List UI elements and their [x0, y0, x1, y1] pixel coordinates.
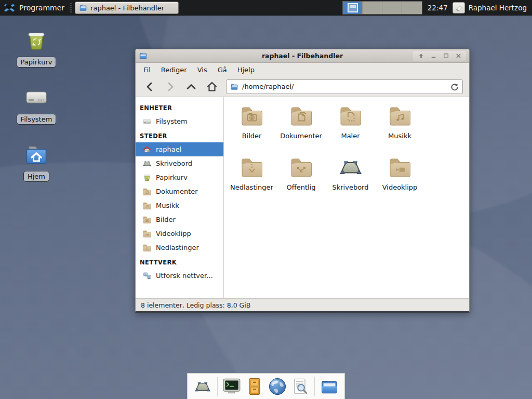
trash-icon — [142, 173, 152, 182]
forward-button[interactable] — [164, 80, 177, 94]
minimize-button[interactable] — [429, 52, 438, 60]
sidebar-item-desktop[interactable]: Skrivebord — [136, 156, 223, 170]
reload-icon[interactable] — [450, 83, 459, 91]
taskbar-window-button[interactable]: raphael - Filbehandler — [75, 2, 179, 14]
file-item-label: Bilder — [242, 132, 262, 140]
file-cabinet-icon — [245, 377, 264, 396]
sidebar-item-label: Musikk — [156, 202, 179, 209]
folder-templates-icon — [338, 103, 363, 128]
sidebar-item-browse-network[interactable]: Utforsk nettver... — [136, 269, 223, 283]
workspace-2[interactable] — [363, 2, 382, 14]
sidebar-item-label: Videoklipp — [156, 230, 191, 237]
window-controls — [413, 51, 466, 61]
maximize-button[interactable] — [441, 52, 450, 60]
sidebar-item-music[interactable]: Musikk — [136, 198, 223, 212]
dock-search-button[interactable] — [290, 376, 310, 397]
clock[interactable]: 22:47 — [428, 4, 448, 12]
folder-downloads-icon — [240, 155, 264, 180]
desktop-icon-label: Filsystem — [17, 114, 57, 125]
sidebar-header-places: STEDER — [136, 128, 223, 142]
file-item-videos[interactable]: Videoklipp — [376, 155, 424, 206]
menu-help[interactable]: Hjelp — [232, 64, 260, 75]
file-item-public[interactable]: Offentlig — [277, 155, 325, 206]
drive-icon — [142, 117, 152, 126]
sidebar-item-trash[interactable]: Papirkurv — [136, 170, 223, 184]
sidebar-item-videos[interactable]: Videoklipp — [136, 227, 223, 241]
shade-button[interactable] — [416, 52, 425, 60]
chevron-left-icon — [144, 82, 155, 92]
back-button[interactable] — [143, 80, 156, 94]
file-item-documents[interactable]: Dokumenter — [277, 103, 325, 155]
xfce-mouse-icon — [4, 3, 16, 13]
home-button[interactable] — [205, 80, 219, 94]
panel-right: 22:47 Raphael Hertzog — [342, 0, 532, 16]
dock-file-cabinet-button[interactable] — [245, 376, 265, 397]
file-item-label: Musikk — [388, 132, 411, 140]
file-item-downloads[interactable]: Nedlastinger — [228, 155, 276, 206]
blue-folder-icon — [230, 83, 238, 91]
arrow-up-icon — [418, 52, 424, 59]
sidebar-item-filesystem[interactable]: Filsystem — [136, 114, 223, 128]
folder-documents-icon — [289, 103, 314, 128]
sidebar-item-documents[interactable]: Dokumenter — [136, 184, 223, 198]
path-text[interactable]: /home/raphael/ — [242, 83, 447, 90]
user-action-button[interactable] — [453, 2, 465, 14]
status-text: 8 ielementer, Ledig plass: 8,0 GiB — [141, 301, 250, 309]
applications-menu[interactable]: Programmer — [0, 0, 70, 16]
workspace-1[interactable] — [343, 2, 363, 14]
dock-separator — [314, 377, 315, 396]
file-item-label: Offentlig — [287, 183, 316, 191]
file-manager-icon — [320, 377, 339, 396]
dock-terminal-button[interactable] — [222, 376, 242, 397]
menu-file[interactable]: Fil — [138, 64, 156, 75]
workspace-4[interactable] — [402, 2, 422, 14]
sidebar-item-home[interactable]: raphael — [136, 142, 223, 156]
home-icon — [142, 145, 152, 154]
chevron-right-icon — [165, 82, 176, 92]
desktop-icon-trash[interactable]: Papirkurv — [9, 28, 63, 68]
file-item-label: Maler — [341, 132, 360, 140]
panel-grip — [70, 3, 72, 12]
desktop-icon-filesystem[interactable]: Filsystem — [9, 85, 63, 125]
dock-separator — [217, 377, 218, 396]
desktop-icon — [338, 155, 363, 180]
dock-web-browser-button[interactable] — [268, 376, 288, 397]
file-item-desktop[interactable]: Skrivebord — [327, 155, 375, 206]
file-item-pictures[interactable]: Bilder — [228, 103, 276, 155]
folder-public-icon — [289, 155, 314, 180]
folder-downloads-icon — [142, 243, 152, 252]
desktop-icon-home[interactable]: Hjem — [9, 142, 63, 182]
path-bar[interactable]: /home/raphael/ — [226, 79, 463, 94]
sidebar-item-label: Utforsk nettver... — [156, 272, 213, 280]
file-manager-window: raphael - Filbehandler Fil Rediger Vis G… — [135, 49, 470, 313]
sidebar-item-label: Bilder — [156, 216, 176, 223]
menu-edit[interactable]: Rediger — [156, 64, 192, 75]
close-button[interactable] — [454, 52, 463, 60]
file-item-music[interactable]: Musikk — [376, 103, 424, 155]
workspace-3[interactable] — [382, 2, 402, 14]
dock — [187, 373, 345, 399]
up-button[interactable] — [184, 80, 198, 94]
sidebar-item-label: raphael — [156, 145, 181, 153]
menu-view[interactable]: Vis — [192, 64, 212, 75]
applications-menu-label: Programmer — [19, 4, 64, 12]
menu-go[interactable]: Gå — [212, 64, 232, 75]
dock-file-manager-button[interactable] — [319, 376, 339, 397]
sidebar-item-label: Nedlastinger — [156, 244, 199, 251]
document-search-icon — [291, 377, 310, 396]
desktop-icon — [142, 159, 152, 168]
dock-show-desktop-button[interactable] — [193, 376, 213, 397]
folder-videos-icon — [142, 229, 152, 238]
file-item-label: Nedlastinger — [230, 183, 273, 191]
sidebar-item-downloads[interactable]: Nedlastinger — [136, 241, 223, 255]
file-item-templates[interactable]: Maler — [327, 103, 375, 155]
file-view[interactable]: Bilder Dokumenter Maler Musikk Nedlastin… — [224, 97, 469, 298]
sidebar-item-label: Papirkurv — [156, 174, 188, 181]
titlebar[interactable]: raphael - Filbehandler — [136, 49, 469, 63]
folder-music-icon — [142, 201, 152, 210]
user-name-button[interactable]: Raphael Hertzog — [469, 4, 527, 12]
show-desktop-icon — [193, 378, 212, 395]
drive-icon — [24, 85, 49, 110]
sidebar-item-pictures[interactable]: Bilder — [136, 212, 223, 227]
file-item-label: Videoklipp — [382, 183, 418, 191]
